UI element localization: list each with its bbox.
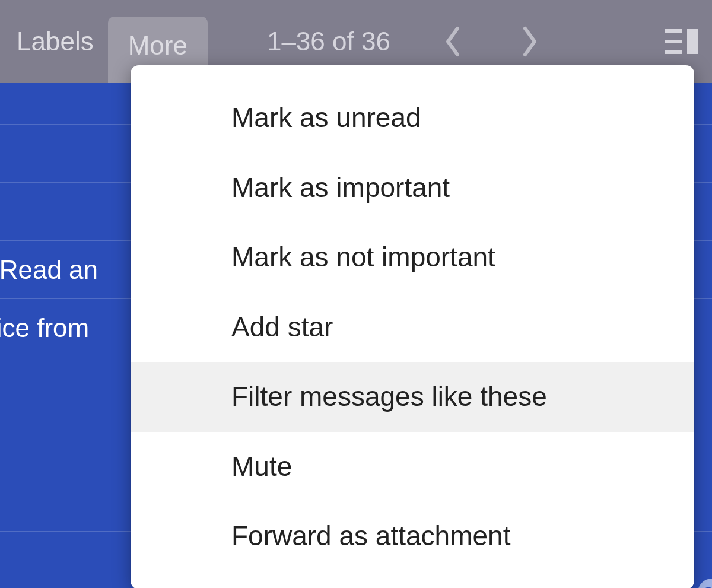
row-text: lvice from xyxy=(0,313,89,343)
chevron-right-icon xyxy=(520,26,539,57)
menu-item-mute[interactable]: Mute xyxy=(131,432,694,502)
svg-rect-2 xyxy=(665,50,682,54)
svg-rect-3 xyxy=(687,29,698,54)
chevron-left-icon xyxy=(443,26,462,57)
more-button-label: More xyxy=(128,31,187,61)
row-text: o Read an xyxy=(0,255,98,285)
labels-button[interactable]: Labels xyxy=(0,0,108,83)
menu-item-mark-as-important[interactable]: Mark as important xyxy=(131,153,694,223)
svg-rect-1 xyxy=(665,40,682,43)
display-density-icon[interactable] xyxy=(665,28,698,55)
menu-item-add-star[interactable]: Add star xyxy=(131,293,694,363)
prev-page-button[interactable] xyxy=(426,15,479,68)
menu-item-filter-messages-like-these[interactable]: Filter messages like these xyxy=(131,362,694,432)
menu-item-mark-as-not-important[interactable]: Mark as not important xyxy=(131,223,694,293)
menu-item-mark-as-unread[interactable]: Mark as unread xyxy=(131,83,694,153)
pager-count: 1–36 of 36 xyxy=(267,27,390,56)
next-page-button[interactable] xyxy=(503,15,557,68)
menu-item-forward-as-attachment[interactable]: Forward as attachment xyxy=(131,501,694,571)
labels-button-label: Labels xyxy=(17,27,94,56)
svg-rect-0 xyxy=(665,29,682,33)
pager-nav xyxy=(426,15,557,68)
more-dropdown-menu: Mark as unread Mark as important Mark as… xyxy=(131,65,694,588)
